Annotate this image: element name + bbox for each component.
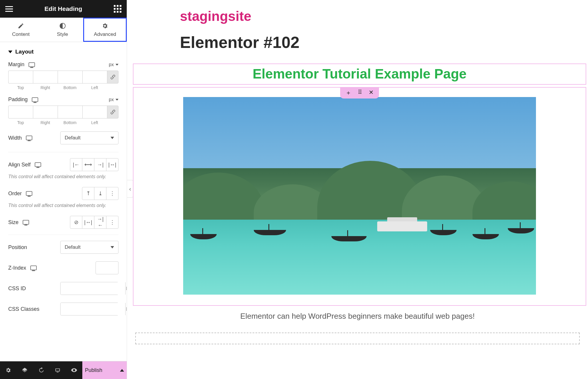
size-grow-button[interactable]: |↔| [82,216,94,229]
heading-section[interactable]: Elementor Tutorial Example Page [133,64,586,85]
contrast-icon [59,23,66,29]
chevron-down-icon [116,99,118,101]
menu-icon[interactable] [5,6,13,12]
layout-section-label: Layout [15,49,34,55]
desktop-icon[interactable] [29,62,35,67]
gear-icon [5,367,11,373]
publish-label: Publish [85,367,102,373]
layout-section-toggle[interactable]: Layout [8,49,118,55]
image-section[interactable]: ＋ ⠿ ✕ [133,87,586,306]
navigator-button[interactable] [16,361,33,379]
widgets-grid-icon[interactable] [114,5,121,13]
cssclasses-row: CSS Classes [8,303,118,315]
margin-label: Margin [8,61,24,68]
padding-top-input[interactable] [8,106,33,118]
order-note: This control will affect contained eleme… [8,203,118,208]
size-more-button[interactable]: ⋮ [106,216,118,229]
tab-advanced[interactable]: Advanced [83,18,127,42]
page-title: Elementor #102 [180,33,588,52]
size-label: Size [8,219,19,226]
chevron-down-icon [111,246,114,248]
history-button[interactable] [33,361,49,379]
editor-panel: Edit Heading Content Style Advanced Layo… [0,0,127,379]
width-select[interactable]: Default [60,131,118,144]
padding-link-toggle[interactable] [107,106,118,118]
tab-advanced-label: Advanced [94,31,116,37]
cssclasses-input[interactable] [61,303,125,315]
panel-footer: Publish [0,361,127,379]
order-label: Order [8,191,22,197]
position-label: Position [8,244,27,251]
desktop-icon[interactable] [30,266,37,270]
align-center-button[interactable]: ⟷ [82,158,94,171]
size-shrink-button[interactable]: →|← [94,216,106,229]
size-row: Size ⊘ |↔| →|← ⋮ [8,216,118,229]
layers-icon [22,367,28,373]
padding-bottom-input[interactable] [58,106,82,118]
caret-down-icon [8,51,12,53]
history-icon [38,367,44,373]
link-icon [110,74,116,80]
size-none-button[interactable]: ⊘ [70,216,82,229]
align-start-button[interactable]: |← [70,158,82,171]
zindex-row: Z-Index [8,261,118,274]
desktop-icon[interactable] [26,136,32,140]
add-section-icon[interactable]: ＋ [345,89,351,97]
padding-inputs [8,106,118,118]
width-label: Width [8,135,22,141]
cssid-input[interactable] [61,282,125,295]
margin-inputs [8,71,118,84]
desktop-icon[interactable] [35,162,41,167]
padding-right-input[interactable] [33,106,58,118]
section-controls: ＋ ⠿ ✕ [340,87,379,98]
close-section-icon[interactable]: ✕ [369,89,374,97]
padding-label: Padding [8,96,28,103]
order-more-button[interactable]: ⋮ [106,187,118,200]
caption-text: Elementor can help WordPress beginners m… [127,312,588,321]
padding-row: Padding px [8,96,118,103]
tab-content[interactable]: Content [0,18,42,42]
align-stretch-button[interactable]: |↔| [106,158,118,171]
preview-button[interactable] [66,361,82,379]
padding-unit-select[interactable]: px [109,97,118,102]
add-new-section[interactable] [135,333,580,344]
dynamic-tags-icon[interactable] [125,303,127,315]
margin-right-input[interactable] [33,71,58,84]
margin-top-input[interactable] [8,71,33,84]
align-end-button[interactable]: →| [94,158,106,171]
chevron-up-icon [120,369,124,372]
zindex-input[interactable] [96,261,118,274]
eye-icon [71,367,77,373]
devices-icon [55,367,61,373]
desktop-icon[interactable] [32,97,38,102]
padding-side-labels: TopRightBottomLeft [8,120,118,125]
padding-left-input[interactable] [82,106,107,118]
responsive-button[interactable] [49,361,66,379]
drag-section-icon[interactable]: ⠿ [358,89,362,97]
publish-button[interactable]: Publish [82,361,127,379]
align-self-label: Align Self [8,162,31,168]
section-image[interactable] [183,97,536,295]
chevron-down-icon [111,137,114,139]
dynamic-tags-icon[interactable] [125,282,127,295]
align-self-row: Align Self |← ⟷ →| |↔| [8,158,118,171]
margin-unit-select[interactable]: px [109,62,118,67]
editor-canvas: stagingsite Elementor #102 Elementor Tut… [127,0,588,379]
page-head: stagingsite Elementor #102 [127,8,588,52]
order-first-button[interactable]: ⤒ [82,187,94,200]
desktop-icon[interactable] [23,220,29,225]
position-select[interactable]: Default [60,241,118,254]
footer-icons [0,361,82,379]
site-title[interactable]: stagingsite [180,8,588,24]
align-self-note: This control will affect contained eleme… [8,174,118,179]
cssid-row: CSS ID [8,282,118,295]
settings-button[interactable] [0,361,16,379]
margin-bottom-input[interactable] [58,71,82,84]
position-row: Position Default [8,241,118,254]
margin-link-toggle[interactable] [107,71,118,84]
desktop-icon[interactable] [26,191,32,196]
margin-left-input[interactable] [82,71,107,84]
order-buttons: ⤒ ⤓ ⋮ [82,187,118,200]
tab-style[interactable]: Style [42,18,83,42]
order-last-button[interactable]: ⤓ [94,187,106,200]
